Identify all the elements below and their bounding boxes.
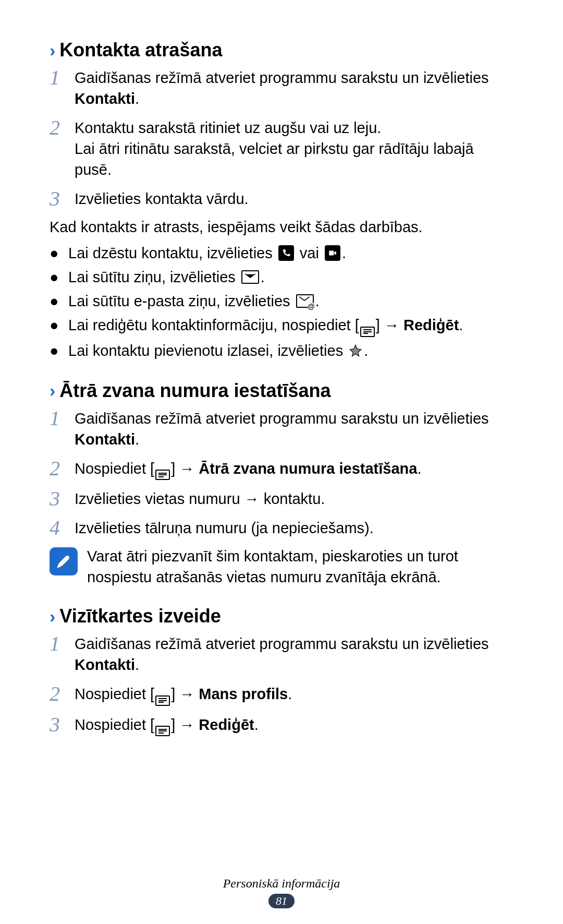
step-text: Izvēlieties kontakta vārdu. — [75, 187, 249, 209]
chevron-icon: › — [50, 380, 55, 401]
bullet-item: ● Lai rediģētu kontaktinformāciju, nospi… — [50, 315, 513, 337]
email-icon: @ — [296, 294, 314, 308]
step-item: 1 Gaidīšanas režīmā atveriet programmu s… — [50, 632, 513, 675]
bullet-marker: ● — [50, 267, 68, 287]
step-item: 2 Nospiediet [] → Ātrā zvana numura iest… — [50, 457, 513, 481]
step-item: 3 Nospiediet [] → Rediģēt. — [50, 713, 513, 737]
paragraph: Kad kontakts ir atrasts, iespējams veikt… — [50, 217, 513, 237]
message-icon — [241, 270, 259, 284]
step-item: 2 Nospiediet [] → Mans profils. — [50, 682, 513, 706]
step-item: 2 Kontaktu sarakstā ritiniet uz augšu va… — [50, 116, 513, 180]
bullet-item: ● Lai sūtītu ziņu, izvēlieties . — [50, 267, 513, 287]
menu-key-icon — [154, 695, 171, 706]
step-number: 2 — [50, 682, 75, 704]
bullet-marker: ● — [50, 291, 68, 311]
step-number: 1 — [50, 407, 75, 429]
step-number: 4 — [50, 517, 75, 538]
step-text: Nospiediet [] → Ātrā zvana numura iestat… — [75, 457, 421, 481]
manual-page: › Kontakta atrašana 1 Gaidīšanas režīmā … — [0, 0, 563, 924]
footer-section-label: Personiskā informācija — [0, 877, 563, 891]
heading-text: Kontakta atrašana — [59, 39, 222, 61]
step-number: 3 — [50, 187, 75, 209]
step-item: 3 Izvēlieties vietas numuru → kontaktu. — [50, 487, 513, 509]
note-text: Varat ātri piezvanīt šim kontaktam, pies… — [87, 546, 513, 587]
note-block: Varat ātri piezvanīt šim kontaktam, pies… — [50, 546, 513, 587]
chevron-icon: › — [50, 40, 55, 61]
heading-atra-zvana: › Ātrā zvana numura iestatīšana — [50, 380, 513, 402]
menu-key-icon — [154, 726, 171, 736]
note-icon — [50, 547, 78, 575]
step-text: Gaidīšanas režīmā atveriet programmu sar… — [75, 632, 513, 675]
step-item: 4 Izvēlieties tālruņa numuru (ja nepieci… — [50, 517, 513, 538]
bullet-list: ● Lai dzēstu kontaktu, izvēlieties vai .… — [50, 243, 513, 361]
step-text: Gaidīšanas režīmā atveriet programmu sar… — [75, 407, 513, 450]
bullet-item: ● Lai kontaktu pievienotu izlasei, izvēl… — [50, 340, 513, 361]
step-item: 3 Izvēlieties kontakta vārdu. — [50, 187, 513, 209]
star-icon — [349, 344, 362, 357]
step-number: 3 — [50, 487, 75, 509]
step-list: 1 Gaidīšanas režīmā atveriet programmu s… — [50, 632, 513, 736]
bullet-marker: ● — [50, 315, 68, 337]
step-text: Kontaktu sarakstā ritiniet uz augšu vai … — [75, 116, 513, 180]
step-number: 2 — [50, 457, 75, 479]
step-number: 3 — [50, 713, 75, 735]
chevron-icon: › — [50, 606, 55, 627]
video-call-icon — [325, 245, 340, 261]
bullet-marker: ● — [50, 243, 68, 263]
step-list: 1 Gaidīšanas režīmā atveriet programmu s… — [50, 407, 513, 539]
bullet-item: ● Lai sūtītu e-pasta ziņu, izvēlieties @… — [50, 291, 513, 311]
heading-kontakta-atrasana: › Kontakta atrašana — [50, 39, 513, 61]
step-text: Izvēlieties tālruņa numuru (ja nepiecieš… — [75, 517, 374, 538]
step-text: Izvēlieties vietas numuru → kontaktu. — [75, 487, 325, 509]
bullet-marker: ● — [50, 340, 68, 361]
step-list: 1 Gaidīšanas režīmā atveriet programmu s… — [50, 66, 513, 209]
page-number: 81 — [268, 894, 295, 908]
heading-text: Ātrā zvana numura iestatīšana — [59, 380, 331, 402]
step-text: Nospiediet [] → Rediģēt. — [75, 713, 259, 737]
phone-icon — [278, 245, 294, 261]
step-number: 1 — [50, 66, 75, 88]
step-text: Gaidīšanas režīmā atveriet programmu sar… — [75, 66, 513, 109]
step-number: 1 — [50, 632, 75, 654]
page-footer: Personiskā informācija 81 — [0, 877, 563, 908]
menu-key-icon — [154, 470, 171, 480]
heading-text: Vizītkartes izveide — [59, 605, 221, 627]
menu-key-icon — [359, 327, 376, 337]
step-item: 1 Gaidīšanas režīmā atveriet programmu s… — [50, 407, 513, 450]
step-number: 2 — [50, 116, 75, 138]
bullet-item: ● Lai dzēstu kontaktu, izvēlieties vai . — [50, 243, 513, 263]
step-item: 1 Gaidīšanas režīmā atveriet programmu s… — [50, 66, 513, 109]
heading-vizitkartes: › Vizītkartes izveide — [50, 605, 513, 627]
step-text: Nospiediet [] → Mans profils. — [75, 682, 292, 706]
